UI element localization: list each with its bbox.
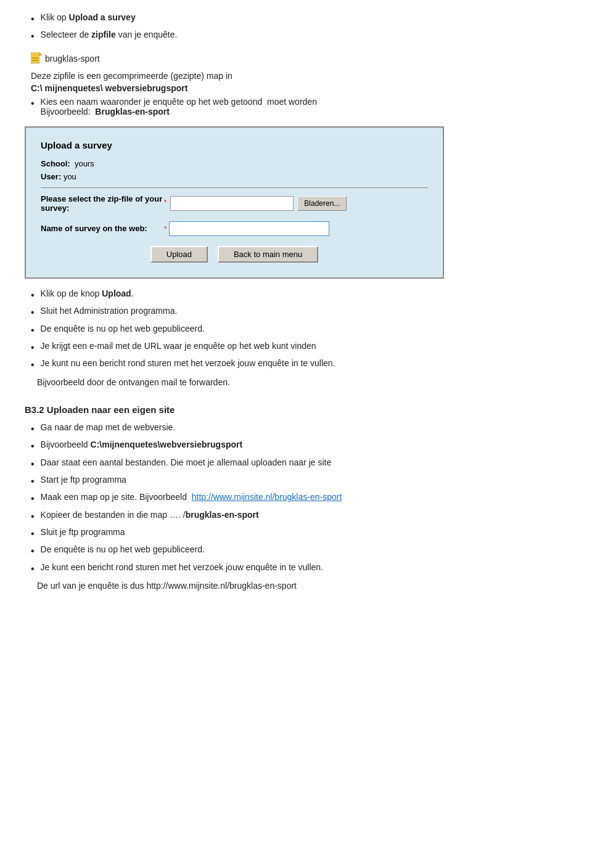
bullet-bestanden: Daar staat een aantal bestanden. Die moe… — [25, 457, 567, 471]
upload-box: Upload a survey School: yours User: you … — [25, 126, 444, 279]
bullet-bericht2: Je kunt een bericht rond sturen met het … — [25, 562, 567, 576]
bullet-select-zip: Selecteer de zipfile van je enquête. — [25, 30, 567, 43]
school-info: School: yours — [41, 159, 428, 168]
map-name-bold: brugklas-en-sport — [186, 510, 259, 520]
zip-description: Deze zipfile is een gecomprimeerde (gezi… — [31, 71, 567, 81]
zip-file-icon — [31, 52, 42, 65]
bullet-gepubliceerd-text: De enquête is nu op het web gepubliceerd… — [41, 324, 205, 334]
bullet-email-text: Je krijgt een e-mail met de URL waar je … — [41, 341, 316, 351]
survey-name-label: Name of survey on the web: — [41, 224, 164, 233]
user-label: User: — [41, 172, 61, 181]
voorbeeld-bold: Brugklas-en-sport — [95, 107, 170, 117]
bullet-click-upload: Klik op de knop Upload. — [25, 289, 567, 302]
mijnsite-link[interactable]: http://www.mijnsite.nl/brugklas-en-sport — [192, 492, 342, 502]
survey-name-area: * — [164, 221, 329, 236]
bullet-bericht-text: Je kunt nu een bericht rond sturen met h… — [41, 358, 335, 368]
kies-bullets: Kies een naam waaronder je enquête op he… — [25, 97, 567, 117]
section-b32-bullets: Ga naar de map met de webversie. Bijvoor… — [25, 422, 567, 576]
bullet-maak-map: Maak een map op je site. Bijvoorbeeld ht… — [25, 492, 567, 506]
zip-path: C:\ mijnenquetes\ webversiebrugsport — [31, 83, 567, 93]
survey-name-input[interactable] — [169, 221, 329, 236]
bullet-kopieer: Kopieer de bestanden in die map …. /brug… — [25, 510, 567, 523]
upload-buttons-row: Upload Back to main menu — [41, 246, 428, 263]
file-icon-row: brugklas-sport — [31, 52, 100, 65]
school-value: yours — [75, 159, 94, 168]
survey-name-row: Name of survey on the web: * — [41, 221, 428, 236]
bullet-upload-survey-text: Klik op Upload a survey — [41, 12, 136, 22]
back-to-main-button[interactable]: Back to main menu — [218, 246, 318, 263]
file-select-row: Please select the zip-file of your surve… — [41, 194, 428, 213]
file-required-star: * — [164, 199, 166, 206]
forwarden-text: Bijvoorbeeld door de ontvangen mail te f… — [37, 377, 567, 387]
svg-rect-4 — [32, 60, 38, 61]
user-info: User: you — [41, 172, 428, 181]
bullet-bericht: Je kunt nu een bericht rond sturen met h… — [25, 358, 567, 372]
upload-survey-bold: Upload a survey — [69, 12, 136, 22]
upload-box-title: Upload a survey — [41, 140, 428, 150]
bullet-select-zip-text: Selecteer de zipfile van je enquête. — [41, 30, 178, 39]
section-b32-heading: B3.2 Uploaden naar een eigen site — [25, 404, 567, 415]
file-select-area: * Bladeren... — [164, 196, 428, 211]
svg-rect-3 — [32, 57, 38, 59]
bullet-click-upload-text: Klik op de knop Upload. — [41, 289, 134, 298]
browse-button[interactable]: Bladeren... — [297, 196, 347, 211]
top-bullets: Klik op Upload a survey Selecteer de zip… — [25, 12, 567, 44]
upload-divider — [41, 187, 428, 188]
bullet-sluit-ftp: Sluit je ftp programma — [25, 527, 567, 541]
bullet-ga-naar: Ga naar de map met de webversie. — [25, 422, 567, 436]
bullet-kies-text: Kies een naam waaronder je enquête op he… — [41, 97, 317, 117]
path-bold: C:\mijnenquetes\webversiebrugsport — [91, 440, 243, 449]
url-text: De url van je enquête is dus http://www.… — [37, 581, 567, 591]
bullet-kies: Kies een naam waaronder je enquête op he… — [25, 97, 567, 117]
upload-bold: Upload — [102, 289, 131, 298]
bullet-bijvoorbeeld-path: Bijvoorbeeld C:\mijnenquetes\webversiebr… — [25, 440, 567, 453]
middle-bullets: Klik op de knop Upload. Sluit het Admini… — [25, 289, 567, 372]
section-b32: B3.2 Uploaden naar een eigen site Ga naa… — [25, 404, 567, 591]
file-select-label: Please select the zip-file of your surve… — [41, 194, 164, 213]
bullet-email: Je krijgt een e-mail met de URL waar je … — [25, 341, 567, 354]
user-value: you — [64, 172, 76, 181]
bullet-gepubliceerd: De enquête is nu op het web gepubliceerd… — [25, 324, 567, 337]
school-label: School: — [41, 159, 70, 168]
bullet-gepubliceerd2: De enquête is nu op het web gepubliceerd… — [25, 544, 567, 558]
file-input[interactable] — [170, 196, 294, 211]
bullet-sluit-text: Sluit het Administration programma. — [41, 306, 178, 316]
bullet-ftp-start: Start je ftp programma — [25, 475, 567, 488]
name-required-star: * — [164, 225, 166, 232]
bullet-upload-survey: Klik op Upload a survey — [25, 12, 567, 26]
bullet-sluit-admin: Sluit het Administration programma. — [25, 306, 567, 319]
upload-button[interactable]: Upload — [150, 246, 208, 263]
zipfile-bold: zipfile — [91, 30, 116, 39]
file-icon-label: brugklas-sport — [45, 54, 100, 63]
